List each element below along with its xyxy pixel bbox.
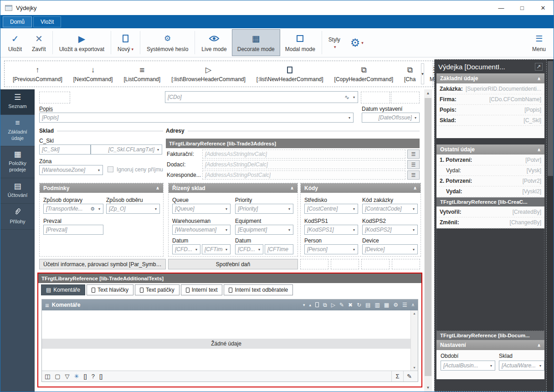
sidebar-item-zakladni-udaje[interactable]: ≡ Základní údaje <box>0 115 35 147</box>
styles-button[interactable]: Styly ▾ <box>323 29 345 56</box>
zakladni-udaje-header[interactable]: Základní údaje ∧ <box>436 73 544 83</box>
modal-mode-button[interactable]: Modal mode <box>280 29 320 56</box>
maximize-button[interactable]: □ <box>512 0 533 15</box>
contract-code-combo[interactable]: [ContractCode] ▾ <box>362 204 418 214</box>
device-combo[interactable]: [Device] ▾ <box>362 244 418 254</box>
change-command-button[interactable]: ⧉ [Cha <box>399 66 421 83</box>
tab-komentare[interactable]: ▤ Komentáře <box>41 284 85 295</box>
tab-text-hlavicky[interactable]: Text hlavičky <box>87 284 133 295</box>
cfd2-combo[interactable]: [CFD... ▾ <box>235 244 263 254</box>
menu-button[interactable]: ☰ Menu <box>527 29 551 56</box>
new-header-command-button[interactable]: [:list\NewHeaderCommand] <box>251 66 329 83</box>
cost-centre-combo[interactable]: [CostCentre] ▾ <box>304 204 358 214</box>
save-export-button[interactable]: ▶ Uložit a exportovat <box>54 29 109 56</box>
print-icon[interactable]: ▤ <box>365 302 370 308</box>
scroll-up-icon[interactable]: ▲ <box>424 89 432 97</box>
close-form-button[interactable]: ✕ Zavřít <box>27 29 51 56</box>
transport-combo[interactable]: [TransportMe... ⚙ ▾ <box>43 204 103 214</box>
spotrebni-dan-button[interactable]: Spotřební daň <box>168 259 298 269</box>
close-button[interactable]: ✕ <box>533 0 554 15</box>
scroll-down-icon[interactable]: ▼ <box>424 384 432 392</box>
cftime2-combo[interactable]: [CFTime <box>265 244 293 254</box>
help-icon[interactable]: ? <box>92 373 95 380</box>
gear-icon[interactable]: ⚙ <box>393 302 398 308</box>
kodsps2-combo[interactable]: [KodSPS2] ▾ <box>362 225 418 235</box>
cfd1-combo[interactable]: [CFD... ▾ <box>172 244 200 254</box>
nastaveni-header[interactable]: Nastavení ∧ <box>436 340 544 350</box>
queue-combo[interactable]: [Queue] ▾ <box>172 204 231 214</box>
columns-icon[interactable]: ▦ <box>384 302 389 308</box>
live-mode-button[interactable]: Live mode <box>196 29 231 56</box>
copy-icon[interactable]: ⧉ <box>323 302 327 308</box>
scrollbar-thumb[interactable] <box>425 98 431 376</box>
filter-icon[interactable]: ▽ <box>65 373 70 380</box>
columns-icon[interactable]: ◫ <box>45 373 50 380</box>
brackets-icon[interactable]: [] <box>99 373 103 380</box>
docum-lib-header[interactable]: TFrgtLibraryReference [lib-Docum... <box>436 331 544 340</box>
chart-icon[interactable]: ▥ <box>374 302 380 308</box>
podminky-header[interactable]: Podmínky ∧ <box>40 183 163 193</box>
chevron-down-icon[interactable]: ▾ <box>303 303 305 307</box>
right-panel-scrollbar[interactable] <box>547 59 554 392</box>
main-scrollbar[interactable]: ▲ ▼ <box>424 89 432 392</box>
rizeny-sklad-header[interactable]: Řízený sklad ∧ <box>169 183 298 193</box>
hamburger-icon[interactable]: ☰ <box>402 302 407 308</box>
next-command-button[interactable]: ↓ [NextCommand] <box>68 66 118 83</box>
person-combo[interactable]: [Person] ▾ <box>304 244 358 254</box>
scrollbar-thumb[interactable] <box>548 61 553 176</box>
warehouseman-combo[interactable]: [Warehouseman] ▾ <box>172 225 231 235</box>
fakturacni-menu-button[interactable]: ☰ <box>407 150 420 159</box>
sidebar-item-prilohy[interactable]: Přílohy <box>0 204 35 230</box>
scroll-up-icon[interactable]: ▲ <box>413 312 416 315</box>
brackets-icon[interactable]: [] <box>84 373 87 380</box>
card-view-icon[interactable]: ▢ <box>55 373 60 380</box>
refresh-icon[interactable]: ↻ <box>357 302 361 308</box>
save-button[interactable]: ✓ Uložit <box>3 29 27 56</box>
crea-lib-header[interactable]: TFrgtLibraryReference [lib-CreaC... <box>436 197 544 206</box>
date-of-issue-combo[interactable]: [DateOfIssue] ▾ <box>362 113 420 123</box>
warehouse-zone-combo[interactable]: [WarehouseZone] ▾ <box>39 165 103 175</box>
browse-header-command-button[interactable]: ▷ [:list\BrowseHeaderCommand] <box>166 66 251 83</box>
previous-command-button[interactable]: ↑ [PreviousCommand] <box>7 66 68 83</box>
priority-combo[interactable]: [Priority] ▾ <box>235 204 293 214</box>
run-icon[interactable]: ▷ <box>331 302 335 308</box>
obdobi-combo[interactable]: [ActualBusin... ▾ <box>441 361 495 371</box>
sum-icon[interactable]: Σ <box>391 371 403 382</box>
copy-header-command-button[interactable]: ⧉ [CopyHeaderCommand] <box>329 66 399 83</box>
cftime1-combo[interactable]: [CFTime... ▾ <box>202 244 231 254</box>
open-window-icon[interactable]: ↗ <box>535 63 543 71</box>
system-password-button[interactable]: ⚙ Systémové heslo <box>142 29 193 56</box>
minimize-button[interactable]: — <box>491 0 512 15</box>
list-command-button[interactable]: ≡ [ListCommand] <box>118 66 166 83</box>
dodaci-menu-button[interactable]: ☰ <box>407 160 420 169</box>
ostatni-udaje-header[interactable]: Ostatní údaje ∧ <box>436 144 544 155</box>
asterisk-icon[interactable]: ✳ <box>74 373 79 380</box>
c-skl-input[interactable]: [C_Skl] <box>39 144 91 155</box>
trade-additional-texts-header[interactable]: TFrgtLibraryReference [lib-TradeAddition… <box>38 273 421 283</box>
tab-interni-text-odberatele[interactable]: Interní text odběratele <box>224 284 293 295</box>
grid-scrollbar[interactable]: ▲ ▼ <box>410 310 418 371</box>
edit-icon[interactable]: ✎ <box>339 302 344 308</box>
sidebar-item-polozky-prodeje[interactable]: ▦ Položky prodeje <box>0 146 35 178</box>
scroll-down-icon[interactable]: ▼ <box>413 366 416 369</box>
korespondencni-menu-button[interactable]: ☰ <box>407 170 420 180</box>
sidebar-item-seznam[interactable]: ☰ Seznam <box>0 89 35 115</box>
equipment-combo[interactable]: [Equipment] ▾ <box>235 225 293 235</box>
delete-icon[interactable]: ✖ <box>348 302 353 308</box>
zp-o-combo[interactable]: [Zp_O] ▾ <box>106 204 160 214</box>
chevron-up-icon[interactable]: ▴ <box>309 303 312 307</box>
new-document-icon[interactable] <box>315 302 319 308</box>
kody-header[interactable]: Kódy ∧ <box>301 183 421 193</box>
edit-icon[interactable]: ✎ <box>403 371 415 382</box>
c-skl-lang-combo[interactable]: [C_Skl.CFLangTxt] ▾ <box>91 144 162 155</box>
tab-interni-text[interactable]: Interní text <box>181 284 223 295</box>
sklad-setting-combo[interactable]: [ActualWare... ▾ <box>499 361 544 371</box>
kodsps1-combo[interactable]: [KodSPS1] ▾ <box>304 225 358 235</box>
trade-additional-texts-section[interactable]: TFrgtLibraryReference [lib-TradeAddition… <box>37 273 422 387</box>
tab-text-paticky[interactable]: Text patičky <box>135 284 180 295</box>
ucetni-informace-button[interactable]: Účetní informace, párovací symbol [Par_S… <box>39 259 166 269</box>
collapse-icon[interactable]: ∧ <box>411 303 415 307</box>
cdo-combo[interactable]: [CDo] ∿ ▾ <box>165 91 358 103</box>
popis-combo[interactable]: [Popis] ▾ <box>39 113 354 123</box>
new-button[interactable]: Nový ▾ <box>113 29 138 56</box>
